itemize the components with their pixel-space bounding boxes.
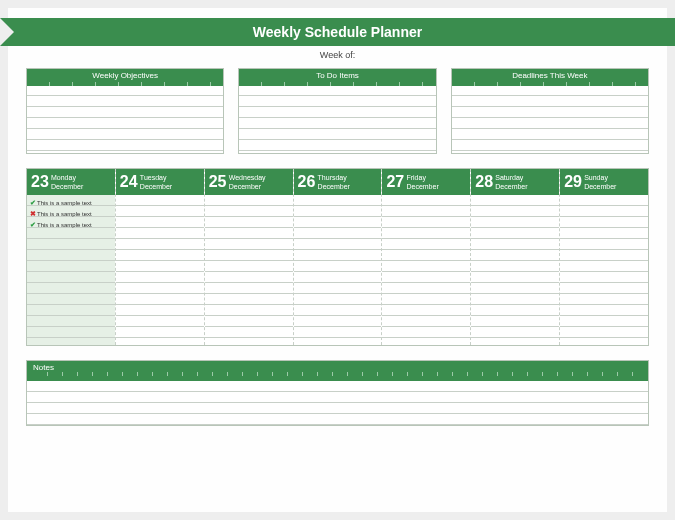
tick-decoration (452, 82, 648, 86)
day-label: ThursdayDecember (318, 173, 350, 191)
card-body-deadlines[interactable] (452, 85, 648, 153)
notes-body[interactable] (27, 381, 648, 425)
top-cards-row: Weekly Objectives To Do Items Deadlines … (26, 68, 649, 154)
day-number: 23 (27, 173, 51, 191)
page-title: Weekly Schedule Planner (0, 18, 675, 46)
day-header: 23 MondayDecember (27, 169, 115, 195)
day-header: 25WednesdayDecember (205, 169, 293, 195)
day-col-tue: 24TuesdayDecember (116, 169, 205, 345)
entry-item: ✔This is a sample text (29, 197, 113, 208)
day-number: 28 (471, 173, 495, 191)
day-col-wed: 25WednesdayDecember (205, 169, 294, 345)
day-header: 28SaturdayDecember (471, 169, 559, 195)
card-header-deadlines: Deadlines This Week (452, 69, 648, 85)
day-body[interactable] (471, 195, 559, 345)
card-objectives: Weekly Objectives (26, 68, 224, 154)
day-col-fri: 27FridayDecember (382, 169, 471, 345)
tick-decoration (239, 82, 435, 86)
check-icon: ✔ (29, 221, 37, 229)
card-todo: To Do Items (238, 68, 436, 154)
entry-item: ✔This is a sample text (29, 219, 113, 230)
card-label: To Do Items (239, 69, 435, 82)
day-body[interactable] (205, 195, 293, 345)
entry-text: This is a sample text (37, 222, 92, 228)
day-label: SaturdayDecember (495, 173, 527, 191)
day-label: FridayDecember (406, 173, 438, 191)
day-header: 29SundayDecember (560, 169, 648, 195)
day-number: 26 (294, 173, 318, 191)
notes-section: Notes (26, 360, 649, 426)
day-col-thu: 26ThursdayDecember (294, 169, 383, 345)
day-label: MondayDecember (51, 173, 83, 191)
day-body[interactable]: ✔This is a sample text ✖This is a sample… (27, 195, 115, 345)
day-label: WednesdayDecember (229, 173, 266, 191)
day-body[interactable] (382, 195, 470, 345)
day-col-sun: 29SundayDecember (560, 169, 648, 345)
card-header-todo: To Do Items (239, 69, 435, 85)
day-number: 24 (116, 173, 140, 191)
title-ribbon: Weekly Schedule Planner (0, 18, 675, 46)
card-label: Weekly Objectives (27, 69, 223, 82)
notes-label: Notes (33, 363, 54, 372)
cross-icon: ✖ (29, 210, 37, 218)
entry-text: This is a sample text (37, 211, 92, 217)
entry-text: This is a sample text (37, 200, 92, 206)
day-header: 27FridayDecember (382, 169, 470, 195)
day-number: 27 (382, 173, 406, 191)
day-header: 24TuesdayDecember (116, 169, 204, 195)
tick-decoration (27, 82, 223, 86)
day-body[interactable] (294, 195, 382, 345)
card-deadlines: Deadlines This Week (451, 68, 649, 154)
card-label: Deadlines This Week (452, 69, 648, 82)
week-grid: 23 MondayDecember ✔This is a sample text… (26, 168, 649, 346)
week-of-label: Week of: (26, 50, 649, 60)
check-icon: ✔ (29, 199, 37, 207)
day-number: 25 (205, 173, 229, 191)
card-body-todo[interactable] (239, 85, 435, 153)
entry-item: ✖This is a sample text (29, 208, 113, 219)
day-header: 26ThursdayDecember (294, 169, 382, 195)
day-label: SundayDecember (584, 173, 616, 191)
day-body[interactable] (116, 195, 204, 345)
planner-page: Weekly Schedule Planner Week of: Weekly … (8, 8, 667, 512)
day-label: TuesdayDecember (140, 173, 172, 191)
tick-decoration (33, 372, 642, 376)
notes-header: Notes (27, 361, 648, 381)
day-body[interactable] (560, 195, 648, 345)
day-number: 29 (560, 173, 584, 191)
day-col-sat: 28SaturdayDecember (471, 169, 560, 345)
card-body-objectives[interactable] (27, 85, 223, 153)
card-header-objectives: Weekly Objectives (27, 69, 223, 85)
day-col-mon: 23 MondayDecember ✔This is a sample text… (27, 169, 116, 345)
